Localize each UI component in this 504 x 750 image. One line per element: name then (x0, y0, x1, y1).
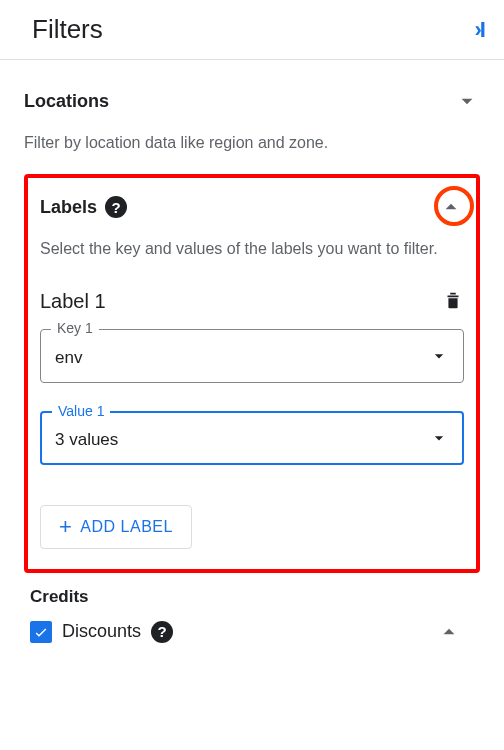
value-select[interactable]: Value 1 3 values (40, 411, 464, 465)
dropdown-arrow-icon (429, 428, 449, 452)
locations-title: Locations (24, 91, 109, 112)
labels-description: Select the key and values of the labels … (40, 238, 464, 260)
key-value: env (55, 348, 82, 368)
key-select[interactable]: Key 1 env (40, 329, 464, 383)
labels-section-header[interactable]: Labels ? (40, 194, 464, 230)
chevron-up-icon[interactable] (438, 194, 464, 220)
chevron-down-icon[interactable] (454, 88, 480, 114)
value-value: 3 values (55, 430, 118, 450)
filters-header: Filters ›I (0, 0, 504, 60)
labels-section-highlight: Labels ? Select the key and values of th… (24, 174, 480, 572)
locations-section-header[interactable]: Locations (24, 78, 480, 124)
dropdown-arrow-icon (429, 346, 449, 370)
labels-title-text: Labels (40, 197, 97, 218)
discounts-row: Discounts ? (30, 619, 480, 645)
value-legend: Value 1 (52, 403, 110, 419)
locations-description: Filter by location data like region and … (24, 132, 480, 154)
chevron-up-icon[interactable] (436, 619, 462, 645)
delete-icon[interactable] (442, 289, 464, 315)
labels-title: Labels ? (40, 196, 127, 218)
add-label-button[interactable]: + ADD LABEL (40, 505, 192, 549)
discounts-checkbox[interactable] (30, 621, 52, 643)
key-legend: Key 1 (51, 320, 99, 336)
page-title: Filters (32, 14, 103, 45)
discounts-label: Discounts (62, 621, 141, 642)
label-item-header: Label 1 (40, 289, 464, 315)
credits-title: Credits (30, 587, 89, 607)
credits-section: Credits Discounts ? (30, 587, 480, 645)
add-label-text: ADD LABEL (80, 518, 173, 536)
help-icon[interactable]: ? (105, 196, 127, 218)
help-icon[interactable]: ? (151, 621, 173, 643)
panel-collapse-icon[interactable]: ›I (475, 17, 484, 43)
label-item-title: Label 1 (40, 290, 106, 313)
plus-icon: + (59, 516, 72, 538)
